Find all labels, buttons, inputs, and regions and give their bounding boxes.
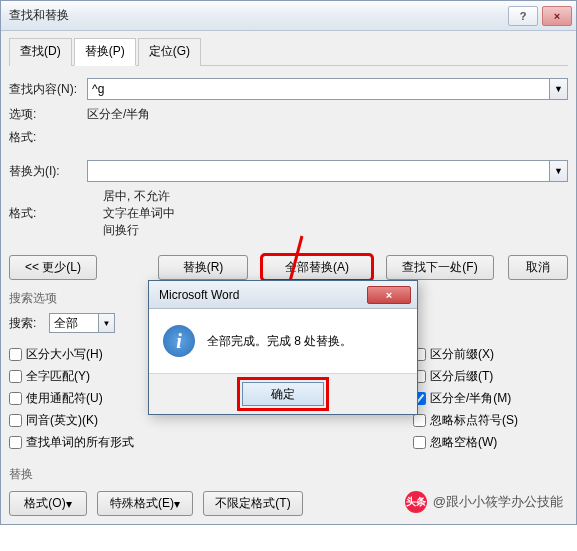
watermark: 头条 @跟小小筱学办公技能 (405, 491, 563, 513)
messagebox-text: 全部完成。完成 8 处替换。 (207, 333, 352, 350)
titlebar: 查找和替换 ? × (1, 1, 576, 31)
replace-one-button[interactable]: 替换(R) (158, 255, 248, 280)
search-scope-input[interactable] (49, 313, 99, 333)
watermark-logo-icon: 头条 (405, 491, 427, 513)
tabstrip: 查找(D) 替换(P) 定位(G) (9, 37, 568, 66)
info-icon: i (163, 325, 195, 357)
chk-soundslike[interactable]: 同音(英文)(K) (9, 412, 164, 429)
messagebox-title: Microsoft Word (159, 288, 239, 302)
replace-all-button[interactable]: 全部替换(A) (262, 255, 372, 280)
find-dropdown-icon[interactable]: ▼ (550, 78, 568, 100)
find-next-button[interactable]: 查找下一处(F) (386, 255, 494, 280)
replace-section-title: 替换 (9, 466, 568, 483)
chk-wholeword[interactable]: 全字匹配(Y) (9, 368, 164, 385)
chk-ignorespace[interactable]: 忽略空格(W) (413, 434, 568, 451)
tab-goto[interactable]: 定位(G) (138, 38, 201, 66)
options-label: 选项: (9, 106, 87, 123)
noformat-button[interactable]: 不限定格式(T) (203, 491, 303, 516)
search-scope-dropdown-icon[interactable]: ▼ (99, 313, 115, 333)
replace-input[interactable] (87, 160, 550, 182)
messagebox-close-button[interactable]: × (367, 286, 411, 304)
cancel-button[interactable]: 取消 (508, 255, 568, 280)
tab-find[interactable]: 查找(D) (9, 38, 72, 66)
find-input[interactable] (87, 78, 550, 100)
search-label: 搜索: (9, 315, 49, 332)
replace-note: 居中, 不允许文字在单词中间换行 (103, 188, 181, 239)
options-value: 区分全/半角 (87, 106, 165, 123)
close-button[interactable]: × (542, 6, 572, 26)
replace-dropdown-icon[interactable]: ▼ (550, 160, 568, 182)
chk-wildcard[interactable]: 使用通配符(U) (9, 390, 164, 407)
watermark-text: @跟小小筱学办公技能 (433, 493, 563, 511)
chk-case[interactable]: 区分大小写(H) (9, 346, 164, 363)
messagebox-ok-button[interactable]: 确定 (242, 382, 324, 406)
checks-right-column: 区分前缀(X) 区分后缀(T) 区分全/半角(M) 忽略标点符号(S) 忽略空格… (413, 341, 568, 456)
messagebox: Microsoft Word × i 全部完成。完成 8 处替换。 确定 (148, 280, 418, 415)
replace-label: 替换为(I): (9, 163, 87, 180)
help-button[interactable]: ? (508, 6, 538, 26)
format-button[interactable]: 格式(O) ▾ (9, 491, 87, 516)
format-label-1: 格式: (9, 129, 87, 146)
tab-replace[interactable]: 替换(P) (74, 38, 136, 66)
chk-suffix[interactable]: 区分后缀(T) (413, 368, 568, 385)
chk-wordforms[interactable]: 查找单词的所有形式 (9, 434, 164, 451)
checks-left-column: 区分大小写(H) 全字匹配(Y) 使用通配符(U) 同音(英文)(K) 查找单词… (9, 341, 164, 456)
find-label: 查找内容(N): (9, 81, 87, 98)
window-title: 查找和替换 (9, 7, 69, 24)
chk-prefix[interactable]: 区分前缀(X) (413, 346, 568, 363)
format-label-2: 格式: (9, 205, 87, 222)
less-button[interactable]: << 更少(L) (9, 255, 97, 280)
chk-fullhalf[interactable]: 区分全/半角(M) (413, 390, 568, 407)
chk-ignorepunct[interactable]: 忽略标点符号(S) (413, 412, 568, 429)
special-format-button[interactable]: 特殊格式(E) ▾ (97, 491, 193, 516)
